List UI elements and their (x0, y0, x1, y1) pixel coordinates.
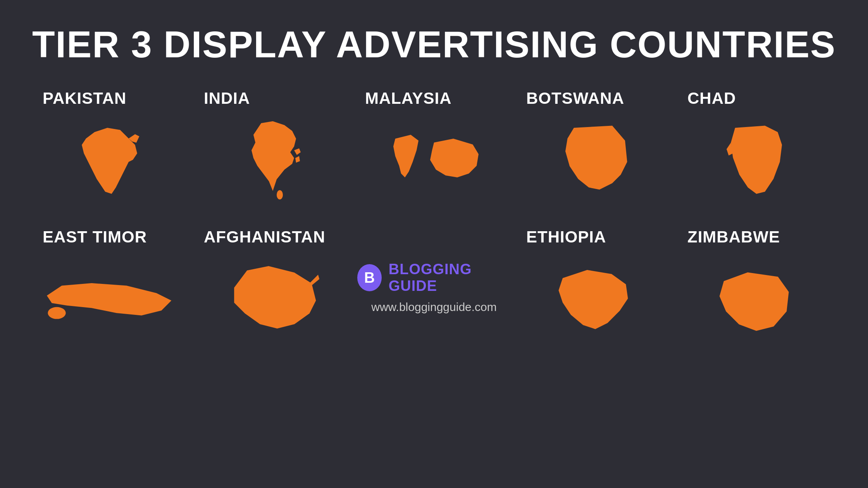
botswana-label: BOTSWANA (518, 89, 624, 108)
page-title: TIER 3 DISPLAY ADVERTISING COUNTRIES (0, 0, 868, 81)
branding-cell: B BLOGGING GUIDE www.bloggingguide.com (353, 220, 515, 355)
svg-point-0 (277, 190, 283, 199)
afghanistan-label: AFGHANISTAN (196, 228, 326, 246)
brand-icon: B (357, 264, 382, 291)
ethiopia-label: ETHIOPIA (518, 228, 606, 246)
india-map (196, 115, 350, 208)
zimbabwe-label: ZIMBABWE (680, 228, 780, 246)
zimbabwe-map (680, 254, 833, 347)
branding-logo: B BLOGGING GUIDE (357, 261, 511, 294)
country-malaysia: MALAYSIA (353, 81, 515, 216)
afghanistan-map (196, 254, 350, 347)
malaysia-label: MALAYSIA (357, 89, 451, 108)
country-chad: CHAD (676, 81, 837, 216)
chad-map (680, 115, 833, 208)
country-india: INDIA (192, 81, 353, 216)
east-timor-map (35, 254, 188, 347)
east-timor-label: EAST TIMOR (35, 228, 147, 246)
country-afghanistan: AFGHANISTAN (192, 220, 353, 355)
countries-grid-row1: PAKISTAN INDIA MALAYSIA (0, 81, 868, 216)
pakistan-map (35, 115, 188, 208)
ethiopia-map (518, 254, 672, 347)
countries-grid-row2: EAST TIMOR AFGHANISTAN B BLOGGING GUIDE (0, 220, 868, 355)
country-zimbabwe: ZIMBABWE (676, 220, 837, 355)
india-label: INDIA (196, 89, 250, 108)
malaysia-map (357, 115, 511, 208)
country-pakistan: PAKISTAN (31, 81, 192, 216)
country-ethiopia: ETHIOPIA (515, 220, 676, 355)
country-east-timor: EAST TIMOR (31, 220, 192, 355)
pakistan-label: PAKISTAN (35, 89, 126, 108)
botswana-map (518, 115, 672, 208)
country-botswana: BOTSWANA (515, 81, 676, 216)
svg-point-1 (48, 307, 65, 319)
brand-url: www.bloggingguide.com (371, 301, 497, 314)
brand-name: BLOGGING GUIDE (389, 261, 511, 294)
chad-label: CHAD (680, 89, 736, 108)
